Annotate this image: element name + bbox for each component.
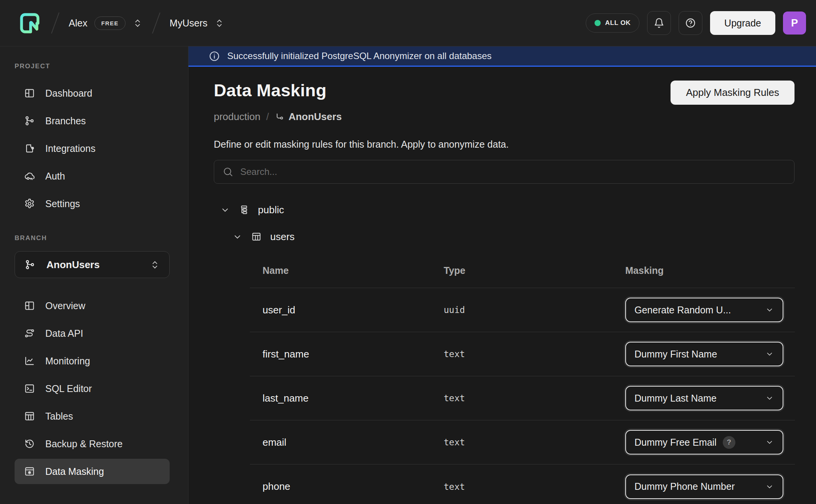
notification-banner: Successfully initialized PostgreSQL Anon… [188, 46, 816, 67]
masking-rule-select[interactable]: Dummy Phone Number [625, 474, 783, 499]
masking-rule-select[interactable]: Generate Random U... [625, 298, 783, 322]
plan-badge: FREE [94, 16, 126, 30]
sidebar-item-data-api[interactable]: Data API [15, 320, 170, 347]
nav-item-icon [24, 328, 35, 339]
sidebar-item-tables[interactable]: Tables [15, 402, 170, 430]
breadcrumb-current-branch[interactable]: AnonUsers [275, 111, 342, 123]
help-button[interactable] [679, 11, 702, 35]
status-label: ALL OK [605, 19, 631, 27]
breadcrumb-slash [152, 12, 160, 33]
masking-rule-value: Dummy Last Name [634, 393, 717, 404]
breadcrumb-branch-name: AnonUsers [289, 111, 342, 123]
masking-rule-value: Dummy Free Email [634, 437, 717, 448]
search-input[interactable] [240, 166, 786, 177]
sidebar-item-backup-restore[interactable]: Backup & Restore [15, 430, 170, 458]
project-name: MyUsers [170, 18, 208, 29]
sidebar: PROJECT Dashboard Branches Integrations … [0, 46, 188, 504]
column-type-cell: uuid [444, 305, 625, 315]
sidebar-item-label: Integrations [45, 143, 96, 154]
sidebar-item-auth[interactable]: Auth [15, 162, 170, 190]
masking-table-header: Name Type Masking [250, 254, 795, 288]
masking-rule-value: Generate Random U... [634, 305, 731, 316]
sidebar-item-label: Tables [45, 411, 73, 422]
nav-item-icon [24, 383, 35, 394]
upgrade-button[interactable]: Upgrade [710, 11, 775, 35]
neon-logo[interactable] [18, 11, 42, 35]
sidebar-item-label: Auth [45, 171, 65, 182]
nav-item-icon [24, 355, 35, 367]
bell-icon [653, 17, 665, 29]
column-header-name: Name [263, 265, 444, 276]
sidebar-item-monitoring[interactable]: Monitoring [15, 347, 170, 375]
table-row: phone text Dummy Phone Number [250, 464, 795, 504]
system-status-pill[interactable]: ALL OK [586, 13, 640, 33]
breadcrumb-parent-branch[interactable]: production [214, 111, 260, 123]
tree-node-schema[interactable]: public [214, 201, 795, 218]
sidebar-item-integrations[interactable]: Integrations [15, 135, 170, 162]
breadcrumb: production / AnonUsers [214, 111, 795, 123]
help-badge[interactable]: ? [723, 436, 735, 449]
column-name-cell: last_name [263, 392, 444, 404]
neon-logo-icon [18, 11, 42, 35]
chevron-updown-icon [132, 18, 143, 28]
sidebar-item-data-masking[interactable]: Data Masking [15, 459, 170, 484]
nav-item-icon [24, 300, 35, 311]
nav-item-icon [24, 170, 35, 182]
child-branch-icon [275, 112, 285, 122]
column-type-cell: text [444, 349, 625, 359]
chevron-down-icon [765, 438, 774, 447]
nav-item-icon [24, 87, 35, 99]
column-type-cell: text [444, 437, 625, 447]
chevron-updown-icon [150, 260, 160, 270]
page-title: Data Masking [214, 81, 327, 100]
column-name-cell: user_id [263, 304, 444, 316]
table-row: last_name text Dummy Last Name [250, 376, 795, 420]
masking-rule-value: Dummy First Name [634, 349, 717, 360]
page-description: Define or edit masking rules for this br… [214, 139, 795, 150]
masking-rule-select[interactable]: Dummy Last Name [625, 386, 783, 410]
table-row: email text Dummy Free Email ? [250, 420, 795, 464]
table-icon [251, 231, 262, 242]
apply-masking-rules-button[interactable]: Apply Masking Rules [671, 81, 795, 105]
sidebar-item-overview[interactable]: Overview [15, 292, 170, 320]
notifications-button[interactable] [647, 11, 671, 35]
sidebar-item-label: Settings [45, 198, 80, 209]
sidebar-item-label: Backup & Restore [45, 438, 123, 450]
project-selector[interactable]: MyUsers [170, 18, 225, 29]
masking-rule-select[interactable]: Dummy First Name [625, 342, 783, 366]
org-selector[interactable]: Alex FREE [69, 16, 143, 30]
nav-item-icon [24, 410, 35, 422]
org-name: Alex [69, 18, 88, 29]
tree-node-table[interactable]: users [214, 228, 795, 245]
branch-selector-value: AnonUsers [46, 259, 100, 271]
nav-item-icon [24, 198, 35, 209]
search-icon [222, 166, 234, 178]
sidebar-item-sql-editor[interactable]: SQL Editor [15, 375, 170, 402]
masking-rule-value: Dummy Phone Number [634, 481, 735, 492]
schema-icon [239, 204, 249, 215]
chevron-down-icon [765, 305, 774, 315]
chevron-updown-icon [214, 18, 225, 28]
branch-nav: Overview Data API Monitoring SQL Editor … [15, 292, 179, 484]
nav-item-icon [24, 438, 35, 450]
user-avatar[interactable]: P [783, 12, 806, 35]
status-dot [595, 20, 601, 26]
sidebar-item-settings[interactable]: Settings [15, 190, 170, 217]
sidebar-item-dashboard[interactable]: Dashboard [15, 79, 170, 107]
branch-icon [24, 259, 36, 270]
project-nav: Dashboard Branches Integrations Auth Set… [15, 79, 179, 217]
nav-item-icon [24, 466, 35, 477]
chevron-down-icon[interactable] [232, 232, 243, 242]
branch-section-label: BRANCH [15, 234, 179, 242]
sidebar-item-label: Overview [45, 300, 85, 311]
sidebar-item-branches[interactable]: Branches [15, 107, 170, 135]
column-type-cell: text [444, 482, 625, 492]
nav-item-icon [24, 143, 35, 154]
table-row: first_name text Dummy First Name [250, 332, 795, 376]
branch-selector[interactable]: AnonUsers [15, 251, 170, 278]
table-row: user_id uuid Generate Random U... [250, 288, 795, 332]
chevron-down-icon [765, 482, 774, 491]
breadcrumb-separator: / [266, 111, 269, 123]
chevron-down-icon[interactable] [220, 205, 230, 215]
masking-rule-select[interactable]: Dummy Free Email ? [625, 430, 783, 455]
